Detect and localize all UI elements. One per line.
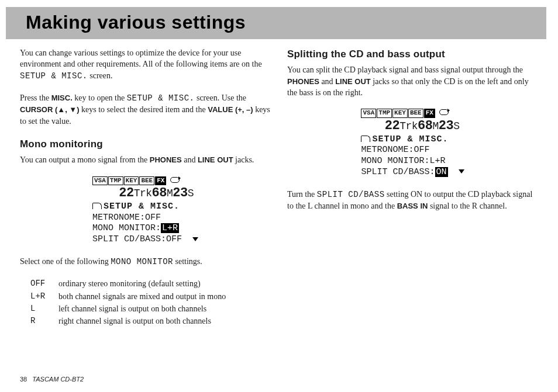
screen-time: 22Trk68M23S — [92, 185, 198, 202]
content-columns: You can change various settings to optim… — [0, 39, 558, 328]
page-title: Making various settings — [26, 12, 526, 33]
tab-vsa: VSA — [92, 176, 108, 186]
product-name: TASCAM CD-BT2 — [32, 376, 84, 383]
intro-paragraph-2: Press the MISC. key to open the SETUP & … — [20, 92, 271, 127]
split-paragraph-1: You can split the CD playback signal and… — [287, 64, 538, 98]
screen-tabs: VSATMPKEYBEEFX — [92, 176, 198, 186]
screen-row-3: SPLIT CD/BASS:ON — [361, 167, 464, 178]
tab-bee: BEE — [408, 109, 423, 118]
screen-title-row: SETUP & MISC. — [92, 202, 198, 213]
mono-paragraph-2: Select one of the following MONO MONITOR… — [20, 256, 271, 268]
repeat-icon — [439, 109, 449, 115]
screen-tabs: VSATMPKEYBEEFX — [361, 109, 464, 118]
repeat-icon — [170, 177, 180, 183]
screen-row-2: MONO MONITOR:L+R — [92, 223, 198, 234]
list-item: Rright channel signal is output on both … — [30, 315, 271, 327]
tab-bee: BEE — [139, 176, 154, 186]
folder-icon — [361, 134, 372, 144]
screen-row-1: METRONOME:OFF — [92, 213, 198, 224]
list-item: L+Rboth channel signals are mixed and ou… — [30, 291, 271, 302]
tab-fx: FX — [424, 109, 435, 118]
screen-row-1: METRONOME:OFF — [361, 145, 464, 156]
tab-tmp: TMP — [108, 176, 123, 186]
right-column: Splitting the CD and bass output You can… — [287, 47, 538, 328]
tab-key: KEY — [124, 176, 139, 186]
left-column: You can change various settings to optim… — [20, 47, 271, 328]
mono-heading: Mono monitoring — [20, 137, 271, 151]
title-bar: Making various settings — [6, 7, 546, 39]
screen-time: 22Trk68M23S — [361, 118, 464, 134]
screen-row-2: MONO MONITOR:L+R — [361, 156, 464, 167]
tab-tmp: TMP — [377, 109, 392, 118]
folder-icon — [92, 202, 104, 211]
screen-title-row: SETUP & MISC. — [361, 134, 464, 145]
list-item: Lleft channel signal is output on both c… — [30, 303, 271, 314]
list-item: OFFordinary stereo monitoring (default s… — [30, 278, 271, 289]
screen-row-3: SPLIT CD/BASS:OFF — [92, 234, 198, 245]
mono-screen: VSATMPKEYBEEFX 22Trk68M23S SETUP & MISC.… — [20, 176, 271, 245]
split-paragraph-2: Turn the SPLIT CD/BASS setting ON to out… — [287, 189, 538, 212]
tab-vsa: VSA — [361, 109, 376, 118]
tab-fx: FX — [155, 176, 166, 186]
page-footer: 38 TASCAM CD-BT2 — [20, 376, 84, 383]
mono-options-list: OFFordinary stereo monitoring (default s… — [30, 278, 271, 327]
page-number: 38 — [20, 376, 27, 383]
split-screen: VSATMPKEYBEEFX 22Trk68M23S SETUP & MISC.… — [287, 109, 538, 178]
intro-paragraph-1: You can change various settings to optim… — [20, 47, 271, 82]
down-caret-icon — [192, 237, 198, 241]
split-heading: Splitting the CD and bass output — [287, 47, 538, 61]
down-caret-icon — [459, 169, 464, 174]
tab-key: KEY — [392, 109, 408, 118]
mono-paragraph-1: You can output a mono signal from the PH… — [20, 154, 271, 165]
